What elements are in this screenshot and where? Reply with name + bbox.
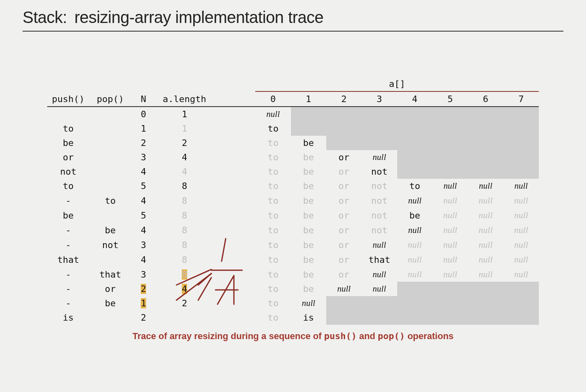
trace-table: a[] push() pop() N a.length 0 1 2 3 4 5 … [47,77,539,325]
cell: be [89,223,132,237]
cell: 4 [131,164,156,179]
array-cell: be [291,237,326,252]
cell: 1 [131,121,156,136]
array-cell [433,296,468,310]
array-cell [433,282,468,296]
cell [213,179,256,193]
col-push: push() [47,91,89,107]
array-cell: null [504,208,539,223]
caption-t3: operations [405,331,454,341]
array-cell: null [504,267,539,282]
array-cell: to [255,150,291,164]
cell: 2 [156,136,213,150]
cell: 3 [131,237,156,252]
array-cell: or [326,252,362,267]
cell: that [47,252,89,267]
array-cell: null [468,193,503,208]
cell: 4 [131,252,156,267]
caption: Trace of array resizing during a sequenc… [23,331,563,342]
array-cell [504,121,539,136]
cell: - [47,282,89,296]
caption-t1: Trace of array resizing during a sequenc… [133,331,324,341]
array-cell: be [291,252,326,267]
cell: 4 [156,282,213,296]
table-row: that48tobeorthatnullnullnullnull [47,252,539,267]
array-cell: null [504,223,539,237]
array-cell: to [255,164,291,179]
array-cell: or [326,179,362,193]
array-cell [362,296,397,310]
array-cell [362,310,397,325]
array-cell [433,310,468,325]
array-cell: or [326,164,362,179]
array-cell: null [397,252,433,267]
cell: not [89,237,132,252]
cell [156,310,213,325]
cell [89,121,132,136]
col-idx-3: 3 [362,91,397,107]
array-cell: null [468,223,503,237]
cell [213,252,256,267]
cell [89,164,132,179]
cell: or [89,282,132,296]
table-row: -or24tobenullnull [47,282,539,296]
array-cell: to [397,179,433,193]
array-cell: to [255,193,291,208]
array-cell: be [291,208,326,223]
array-cell: null [255,107,291,121]
array-cell: null [433,223,468,237]
table-row: is2tois [47,310,539,325]
array-cell: to [255,237,291,252]
caption-m1: push() [324,331,357,341]
cell: 2 [131,136,156,150]
table-row: -that38tobeornullnullnullnullnull [47,267,539,282]
array-cell: null [433,252,468,267]
array-cell [326,310,362,325]
array-cell [397,282,433,296]
cell [213,121,256,136]
array-cell [468,121,503,136]
array-cell [326,136,362,150]
array-cell [397,150,433,164]
a-header: a[] [389,79,405,89]
array-cell: null [397,267,433,282]
cell [89,252,132,267]
cell: - [47,296,89,310]
table-row: -not38tobeornullnullnullnullnull [47,237,539,252]
array-cell: that [362,252,397,267]
cell [213,164,256,179]
cell: - [47,237,89,252]
cell: 2 [131,282,156,296]
array-cell: null [504,179,539,193]
col-pop: pop() [89,91,132,107]
cell: 8 [156,208,213,223]
array-cell: null [397,223,433,237]
array-cell [433,121,468,136]
array-cell: null [433,267,468,282]
array-cell: be [291,282,326,296]
array-cell [433,164,468,179]
array-cell: be [291,136,326,150]
array-cell [433,107,468,121]
array-cell: be [291,267,326,282]
array-cell [291,121,326,136]
array-cell: not [362,164,397,179]
cell: 4 [131,223,156,237]
array-cell: null [326,282,362,296]
array-cell: be [291,179,326,193]
cell: or [47,150,89,164]
table-row: or34tobeornull [47,150,539,164]
page-title: Stack:resizing-array implementation trac… [23,8,563,27]
array-cell: or [326,223,362,237]
cell [213,150,256,164]
array-cell [326,296,362,310]
cell: 8 [156,252,213,267]
array-cell: null [433,179,468,193]
array-cell [326,107,362,121]
array-cell: null [362,282,397,296]
cell: - [47,267,89,282]
array-cell: be [291,150,326,164]
col-alen: a.length [156,91,213,107]
cell [89,107,132,121]
cell: that [89,267,132,282]
